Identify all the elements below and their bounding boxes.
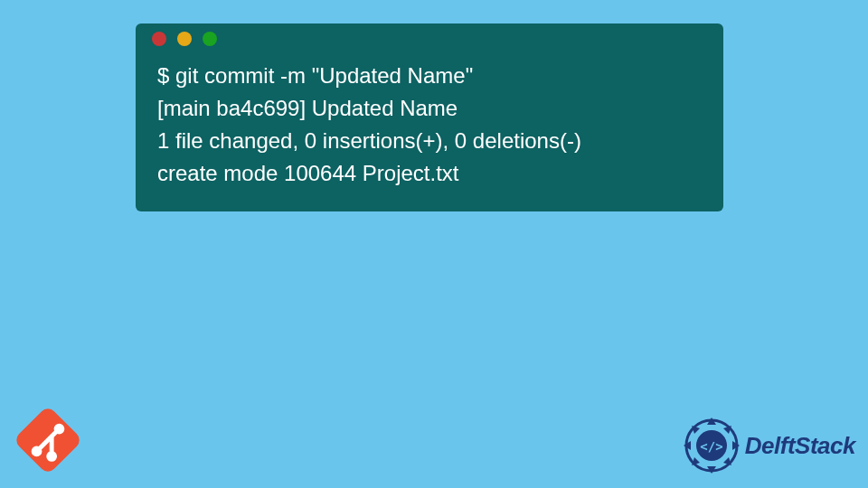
terminal-window: $ git commit -m "Updated Name" [main ba4…: [136, 23, 723, 211]
terminal-line: $ git commit -m "Updated Name": [157, 60, 702, 92]
delftstack-logo: </> DelftStack: [682, 416, 855, 475]
terminal-output: $ git commit -m "Updated Name" [main ba4…: [136, 54, 723, 195]
terminal-line: [main ba4c699] Updated Name: [157, 92, 702, 125]
close-icon[interactable]: [152, 32, 166, 46]
git-icon: [7, 399, 89, 481]
terminal-line: create mode 100644 Project.txt: [157, 157, 702, 190]
maximize-icon[interactable]: [203, 32, 217, 46]
delftstack-medallion-icon: </>: [682, 416, 741, 475]
terminal-titlebar: [136, 23, 723, 54]
minimize-icon[interactable]: [177, 32, 192, 46]
terminal-line: 1 file changed, 0 insertions(+), 0 delet…: [157, 125, 702, 157]
svg-text:</>: </>: [700, 439, 722, 454]
delftstack-text: DelftStack: [745, 432, 855, 460]
